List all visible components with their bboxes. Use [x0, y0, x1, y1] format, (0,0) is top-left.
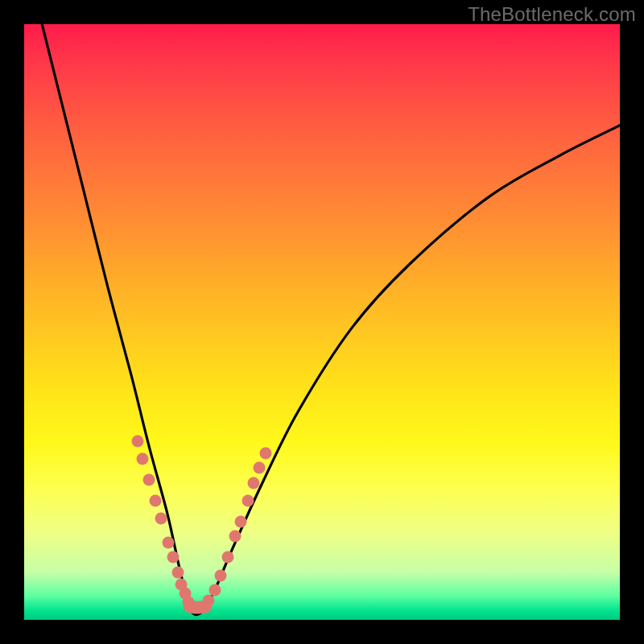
- highlight-dot: [203, 595, 215, 607]
- highlight-dot: [215, 569, 227, 581]
- highlight-dot: [242, 495, 254, 507]
- watermark-text: TheBottleneck.com: [468, 3, 636, 26]
- highlight-dot: [259, 447, 271, 459]
- highlight-dot: [131, 436, 143, 448]
- highlight-dot: [229, 530, 241, 543]
- highlight-dot: [208, 584, 221, 597]
- highlight-dot: [171, 566, 184, 578]
- bottleneck-curve: [24, 24, 620, 620]
- plot-area: [24, 24, 620, 620]
- highlight-dot: [247, 477, 259, 489]
- highlight-dot: [163, 536, 175, 548]
- highlight-dot: [149, 495, 161, 507]
- highlight-dot: [143, 474, 155, 486]
- highlight-dot: [155, 513, 167, 525]
- highlight-dot: [167, 551, 180, 564]
- highlight-dot: [222, 551, 234, 564]
- highlight-dot: [136, 453, 148, 465]
- highlight-dot: [234, 515, 246, 527]
- chart-frame: TheBottleneck.com: [0, 0, 644, 644]
- highlight-dot: [254, 462, 266, 474]
